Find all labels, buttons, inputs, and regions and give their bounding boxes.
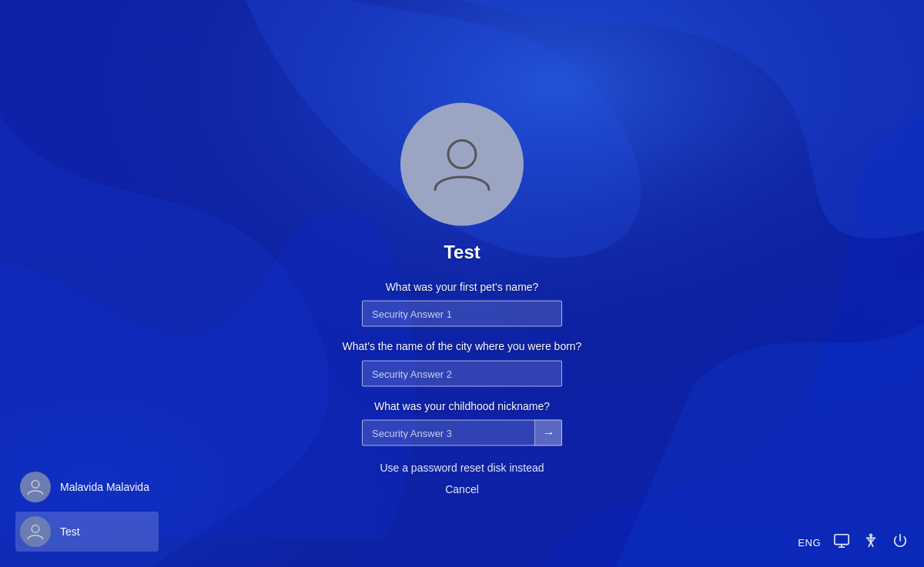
svg-line-13 (871, 542, 873, 547)
security-answer-1-input[interactable] (362, 301, 562, 327)
user-icon-malavida (26, 478, 45, 496)
power-icon[interactable] (892, 532, 909, 553)
user-item-test[interactable]: Test (15, 512, 159, 552)
question-2-text: What's the name of the city where you we… (343, 339, 582, 355)
svg-point-10 (870, 534, 872, 536)
security-answer-2-input[interactable] (362, 360, 562, 386)
user-avatar-small-test (20, 516, 51, 547)
user-avatar-small-malavida (20, 472, 51, 502)
login-container: Test What was your first pet's name? Wha… (323, 102, 601, 495)
system-icons-bar: ENG (798, 532, 909, 553)
user-list: Malavida Malavida Test (15, 467, 159, 552)
user-item-malavida[interactable]: Malavida Malavida (15, 467, 159, 507)
svg-rect-7 (835, 535, 849, 545)
user-avatar (400, 102, 524, 225)
username-label: Test (444, 241, 480, 262)
question-1-text: What was your first pet's name? (386, 279, 539, 295)
avatar-icon (427, 129, 497, 198)
svg-point-5 (32, 481, 39, 489)
security-answer-3-wrapper: → (362, 420, 562, 446)
display-icon[interactable] (833, 532, 850, 553)
language-label[interactable]: ENG (798, 537, 821, 549)
submit-arrow-button[interactable]: → (534, 420, 562, 446)
svg-point-4 (448, 140, 476, 168)
user-name-test: Test (60, 525, 80, 538)
reset-disk-link[interactable]: Use a password reset disk instead (380, 462, 544, 474)
svg-point-6 (32, 525, 39, 533)
accessibility-icon[interactable] (862, 532, 879, 553)
cancel-link[interactable]: Cancel (445, 483, 479, 495)
user-name-malavida: Malavida Malavida (60, 481, 149, 493)
user-icon-test (26, 522, 45, 541)
question-3-text: What was your childhood nickname? (374, 399, 550, 414)
security-answer-3-input[interactable] (362, 420, 562, 446)
